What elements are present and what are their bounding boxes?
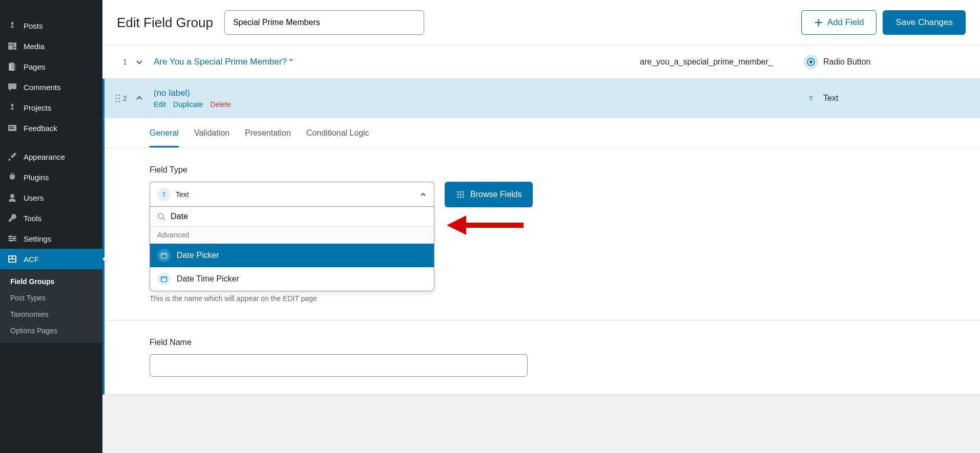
tab-presentation[interactable]: Presentation <box>245 128 291 147</box>
wrench-icon <box>6 213 18 223</box>
field-row-expanded: 2 (no label) Edit Duplicate Delete T Tex… <box>102 79 980 118</box>
editor-tabs: General Validation Presentation Conditio… <box>105 118 980 148</box>
sidebar-item-plugins[interactable]: Plugins <box>0 167 102 187</box>
settings-icon <box>6 233 18 244</box>
fields-list: 1 Are You a Special Prime Member? * are_… <box>102 46 980 395</box>
sidebar-label: Users <box>24 193 44 202</box>
field-type: T Text <box>804 91 968 105</box>
page-header: Edit Field Group Add Field Save Changes <box>102 0 980 46</box>
search-icon <box>157 212 165 221</box>
sidebar-item-posts[interactable]: Posts <box>0 15 102 36</box>
select-display[interactable]: T Text <box>150 182 434 206</box>
sidebar-item-tools[interactable]: Tools <box>0 208 102 228</box>
text-icon: T <box>157 188 171 201</box>
sidebar-item-users[interactable]: Users <box>0 187 102 208</box>
submenu-options-pages[interactable]: Options Pages <box>0 322 102 339</box>
option-date-picker[interactable]: Date Picker <box>150 244 434 267</box>
svg-point-32 <box>460 191 462 193</box>
browse-fields-button[interactable]: Browse Fields <box>445 182 533 207</box>
field-type-row: T Text Advanced Dat <box>150 182 935 303</box>
svg-point-34 <box>457 194 459 196</box>
sidebar-item-pages[interactable]: Pages <box>0 56 102 77</box>
admin-sidebar: Posts Media Pages Comments Projects Feed… <box>0 0 102 395</box>
sidebar-separator <box>0 138 102 146</box>
sidebar-label: Posts <box>24 21 43 30</box>
svg-rect-3 <box>9 128 14 129</box>
duplicate-action[interactable]: Duplicate <box>173 100 203 109</box>
svg-point-25 <box>158 213 163 219</box>
sidebar-item-projects[interactable]: Projects <box>0 97 102 118</box>
sidebar-label: Feedback <box>24 124 57 133</box>
row-number: 2 <box>123 94 133 102</box>
svg-point-36 <box>463 194 464 196</box>
svg-rect-12 <box>9 256 12 258</box>
svg-point-4 <box>10 194 14 198</box>
sidebar-submenu: Field Groups Post Types Taxonomies Optio… <box>0 269 102 343</box>
field-label-link[interactable]: (no label) <box>154 88 190 98</box>
collapse-toggle[interactable] <box>135 94 154 102</box>
sidebar-item-feedback[interactable]: Feedback <box>0 118 102 138</box>
tab-validation[interactable]: Validation <box>194 128 230 147</box>
sidebar-label: Plugins <box>24 173 49 182</box>
svg-marker-41 <box>447 215 466 235</box>
submenu-taxonomies[interactable]: Taxonomies <box>0 306 102 322</box>
sidebar-label: Projects <box>24 103 51 112</box>
sidebar-label: Tools <box>24 214 41 223</box>
field-name-input[interactable] <box>150 354 528 377</box>
svg-point-19 <box>116 98 117 99</box>
submenu-post-types[interactable]: Post Types <box>0 290 102 306</box>
field-name-label: Field Name <box>150 338 935 347</box>
dropdown-search <box>150 207 434 227</box>
required-indicator: * <box>289 57 293 67</box>
group-name-input[interactable] <box>224 10 424 35</box>
drag-handle-icon[interactable] <box>115 94 117 103</box>
media-icon <box>6 41 18 51</box>
dropdown-search-input[interactable] <box>171 212 427 221</box>
sidebar-item-comments[interactable]: Comments <box>0 77 102 97</box>
svg-point-18 <box>119 95 120 96</box>
add-field-button[interactable]: Add Field <box>801 10 877 35</box>
plus-icon <box>814 18 823 27</box>
field-editor: General Validation Presentation Conditio… <box>102 118 980 395</box>
add-field-label: Add Field <box>827 17 864 28</box>
help-text: This is the name which will appear on th… <box>150 294 434 303</box>
sidebar-label: Media <box>24 42 45 51</box>
expand-toggle[interactable] <box>135 58 154 66</box>
tab-conditional-logic[interactable]: Conditional Logic <box>306 128 369 147</box>
sidebar-label: Comments <box>24 83 61 92</box>
selected-type: Text <box>176 190 189 199</box>
svg-rect-14 <box>9 260 15 262</box>
svg-rect-0 <box>9 63 14 71</box>
delete-action[interactable]: Delete <box>210 100 231 109</box>
svg-point-17 <box>116 95 117 96</box>
svg-point-39 <box>463 197 464 198</box>
svg-point-33 <box>463 191 464 193</box>
main-content: Edit Field Group Add Field Save Changes … <box>102 0 980 395</box>
option-date-time-picker[interactable]: Date Time Picker <box>150 267 434 291</box>
svg-point-21 <box>116 101 117 102</box>
svg-text:T: T <box>809 94 813 102</box>
field-name: are_you_a_special_prime_member_ <box>640 57 804 67</box>
field-label-link[interactable]: Are You a Special Prime Member? * <box>154 57 293 67</box>
edit-action[interactable]: Edit <box>154 100 166 109</box>
svg-line-26 <box>163 218 165 220</box>
dropdown-group-label: Advanced <box>150 227 434 244</box>
text-icon: T <box>804 91 818 105</box>
pages-icon <box>6 61 18 72</box>
tab-general[interactable]: General <box>150 128 179 147</box>
save-changes-button[interactable]: Save Changes <box>883 10 966 35</box>
sidebar-item-appearance[interactable]: Appearance <box>0 146 102 167</box>
calendar-icon <box>157 249 171 262</box>
submenu-field-groups[interactable]: Field Groups <box>0 273 102 290</box>
svg-point-22 <box>119 101 120 102</box>
sidebar-item-media[interactable]: Media <box>0 36 102 56</box>
grid-icon <box>456 190 465 199</box>
sidebar-item-settings[interactable]: Settings <box>0 228 102 249</box>
svg-rect-27 <box>161 253 167 258</box>
svg-point-9 <box>13 238 15 240</box>
sidebar-item-acf[interactable]: ACF <box>0 249 102 269</box>
row-actions: Edit Duplicate Delete <box>154 100 640 109</box>
sidebar-label: Appearance <box>24 153 65 161</box>
brush-icon <box>6 152 18 162</box>
svg-point-31 <box>457 191 459 193</box>
